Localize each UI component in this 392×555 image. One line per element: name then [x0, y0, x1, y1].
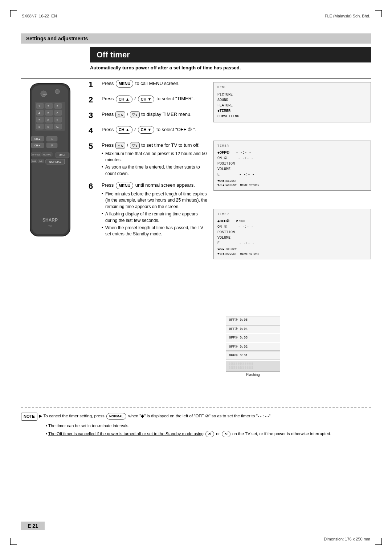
remote-svg: TV/VID I 1 2 3 4 5 6 7 8 9	[21, 80, 79, 247]
svg-text:NORMAL: NORMAL	[43, 154, 51, 156]
page-title: Off timer	[90, 47, 371, 62]
screen3-vol: VOLUME	[217, 235, 367, 240]
svg-text:9: 9	[57, 118, 58, 122]
svg-text:▽: ▽	[51, 144, 53, 147]
note-row-3: • The Off timer is cancelled if the powe…	[46, 430, 371, 437]
step-5-bullet-1: Maximum time that can be preset is 12 ho…	[102, 151, 208, 163]
svg-text:PWR: PWR	[32, 160, 36, 162]
screen3-nav2: ▼◁▷▲:ADJUST MENU:RETURN	[217, 252, 367, 256]
screen2-e: E - -:- -	[217, 172, 367, 177]
note-section: NOTE ▶ To cancel the timer setting, pres…	[21, 413, 371, 437]
page-footer: Dimension: 176 x 250 mm	[22, 537, 370, 541]
svg-text:TV/VID: TV/VID	[41, 93, 49, 96]
step-4: 4 Press CH ▲ / CH ▼ to select "OFF ② ".	[89, 126, 208, 135]
page-subtitle: Automatically turns power off after a se…	[90, 65, 371, 71]
corner-mark-tl	[10, 10, 17, 17]
arrow-down-btn-3: ▽∨	[130, 111, 140, 118]
corner-mark-br	[375, 538, 382, 545]
step-5-bullet-2: As soon as the time is entered, the time…	[102, 164, 208, 177]
arrow-up-btn-5: △∧	[115, 142, 125, 149]
screen3-e: E - -:- -	[217, 240, 367, 246]
countdown-area: OFF② 0:05 OFF② 0:04 OFF② 0:03 OFF② 0:02 …	[226, 316, 280, 377]
screen3-title: TIMER	[217, 212, 367, 217]
page-number: E 21	[21, 522, 45, 530]
screen1-title: MENU	[217, 85, 367, 90]
svg-text:2: 2	[48, 105, 49, 108]
power-btn-note-1: oi	[205, 431, 214, 437]
step-5: 5 Press △∧ / ▽∨ to set time for TV to tu…	[89, 142, 208, 178]
svg-text:CH▲: CH▲	[34, 138, 40, 140]
svg-text:TV: TV	[48, 224, 52, 228]
screen2-title: TIMER	[217, 144, 367, 149]
menu-screen: MENU PICTURE SOUND FEATURE ◆TIMER CH▼SET…	[213, 82, 371, 122]
arrow-up-btn-3: △∧	[115, 111, 125, 118]
countdown-1: OFF② 0:01	[226, 352, 280, 360]
svg-text:△: △	[51, 137, 53, 141]
screen1-line1: PICTURE	[217, 92, 367, 97]
svg-text:AV MODE: AV MODE	[32, 154, 41, 156]
svg-text:SVE: SVE	[39, 160, 43, 162]
svg-text:0: 0	[48, 125, 49, 129]
footer-right: Dimension: 176 x 250 mm	[324, 537, 370, 541]
note-row-1: NOTE ▶ To cancel the timer setting, pres…	[21, 413, 371, 421]
page-header: SX68N7_16-22_EN FLE (Malaysia) Sdn. Bhd.	[22, 14, 370, 18]
screen2-vol: VOLUME	[217, 166, 367, 172]
note-arrow: ▶	[39, 413, 42, 420]
step-6-bullets: Five minutes before the preset length of…	[102, 191, 208, 238]
svg-text:1: 1	[38, 105, 40, 108]
svg-text:8: 8	[48, 118, 49, 122]
step-number-3: 3	[89, 111, 99, 120]
header-right: FLE (Malaysia) Sdn. Bhd.	[325, 14, 370, 18]
dashed-separator	[21, 407, 371, 408]
screen2-on: ON ② - -:- -	[217, 155, 367, 161]
ch-up-btn-4: CH ▲	[116, 126, 132, 134]
separator-line	[21, 78, 371, 79]
screen1-line4: ◆TIMER	[217, 108, 367, 114]
step-3-content: Press △∧ / ▽∨ to display TIMER menu.	[102, 111, 208, 118]
screen1-line5: CH▼SETTING	[217, 114, 367, 119]
step-6-bullet-2: A flashing display of the remaining time…	[102, 211, 208, 224]
svg-text:4: 4	[38, 112, 40, 115]
steps-column: 1 Press MENU to call MENU screen. 2 Pres…	[89, 80, 208, 242]
step-5-content: Press △∧ / ▽∨ to set time for TV to turn…	[102, 142, 208, 178]
countdown-3: OFF② 0:03	[226, 334, 280, 342]
countdown-flash: ░░░░░░░░░░░░░░░░░░░░░░	[226, 361, 280, 372]
screen3-on: ON ② - -:- -	[217, 224, 367, 230]
corner-mark-bl	[10, 538, 17, 545]
step-6: 6 Press MENU until normal screen appears…	[89, 182, 208, 239]
svg-text:I: I	[56, 91, 56, 93]
countdown-4: OFF② 0:04	[226, 325, 280, 333]
step-1: 1 Press MENU to call MENU screen.	[89, 80, 208, 89]
screen1-line3: FEATURE	[217, 103, 367, 108]
section-header: Settings and adjustments	[21, 33, 371, 44]
svg-text:MENU: MENU	[59, 154, 66, 157]
svg-text:+/-: +/-	[56, 126, 59, 128]
screen2-nav1: ▼CH▲:SELECT	[217, 179, 367, 183]
svg-text:⑤: ⑤	[38, 126, 40, 128]
note-label: NOTE	[21, 413, 37, 421]
svg-text:CH▼: CH▼	[34, 144, 40, 147]
step-1-content: Press MENU to call MENU screen.	[102, 80, 208, 88]
note-row-2: • The timer can be set in ten-minute int…	[46, 422, 371, 429]
step-number-1: 1	[89, 80, 99, 89]
svg-text:SHARP: SHARP	[42, 218, 58, 223]
flashing-label: Flashing	[226, 373, 280, 377]
corner-mark-tr	[375, 10, 382, 17]
countdown-2: OFF② 0:02	[226, 343, 280, 351]
ch-down-btn-2: CH ▼	[138, 96, 155, 103]
step-3: 3 Press △∧ / ▽∨ to display TIMER menu.	[89, 111, 208, 120]
screen3-pos: POSITION	[217, 230, 367, 235]
screen-column: MENU PICTURE SOUND FEATURE ◆TIMER CH▼SET…	[213, 80, 371, 264]
step-number-6: 6	[89, 182, 99, 191]
screen2-off: ◆OFF② - -:- -	[217, 150, 367, 155]
ch-up-btn-2: CH ▲	[116, 96, 132, 103]
step-4-content: Press CH ▲ / CH ▼ to select "OFF ② ".	[102, 126, 208, 134]
step-number-4: 4	[89, 126, 99, 135]
note-text-1: To cancel the timer setting, press NORMA…	[44, 413, 272, 420]
step-number-5: 5	[89, 142, 99, 151]
timer-screen-2: TIMER ◆OFF② 2:30 ON ② - -:- - POSITION V…	[213, 209, 371, 259]
step-5-bullets: Maximum time that can be preset is 12 ho…	[102, 151, 208, 177]
step-6-content: Press MENU until normal screen appears. …	[102, 182, 208, 239]
step-6-bullet-1: Five minutes before the preset length of…	[102, 191, 208, 210]
step-number-2: 2	[89, 95, 99, 105]
